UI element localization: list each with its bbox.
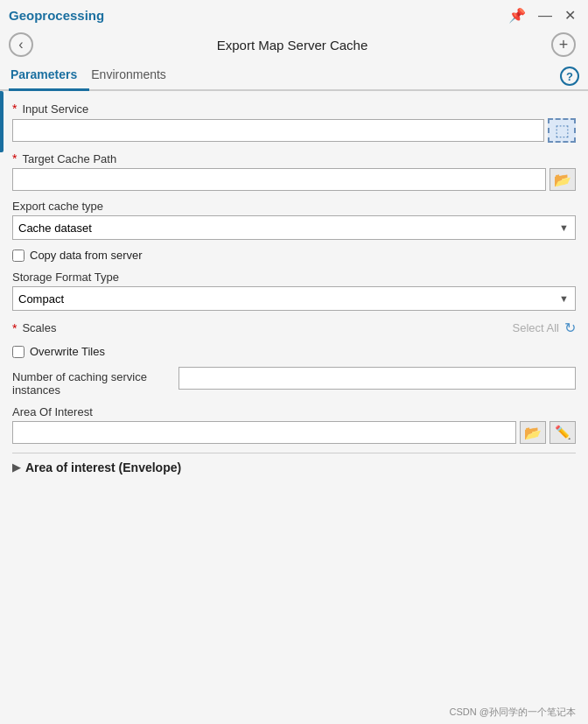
- tab-parameters[interactable]: Parameters: [9, 62, 89, 91]
- tool-title: Export Map Server Cache: [217, 38, 368, 53]
- scales-field: * Scales Select All ↻: [12, 320, 576, 336]
- footer: CSDN @孙同学的一个笔记本: [0, 699, 588, 724]
- export-cache-type-field: Export cache type Cache dataset Map Imag…: [12, 200, 576, 240]
- input-service-field: * Input Service ⬚: [12, 102, 576, 143]
- overwrite-tiles-field: Overwrite Tiles: [12, 345, 576, 358]
- required-star-input-service: *: [12, 102, 17, 116]
- input-service-input[interactable]: [12, 119, 544, 142]
- close-button[interactable]: ✕: [561, 5, 579, 25]
- target-cache-path-field: * Target Cache Path 📂: [12, 151, 576, 191]
- copy-data-label: Copy data from server: [30, 249, 143, 262]
- area-of-interest-browse-button[interactable]: 📂: [520, 421, 546, 444]
- storage-format-type-field: Storage Format Type Compact Exploded: [12, 271, 576, 311]
- select-all-row: Select All ↻: [513, 320, 576, 336]
- pin-icon[interactable]: 📌: [505, 5, 529, 25]
- required-star-scales: *: [12, 321, 17, 335]
- refresh-icon[interactable]: ↻: [564, 320, 576, 336]
- target-cache-path-input[interactable]: [12, 168, 546, 191]
- required-star-target: *: [12, 151, 17, 165]
- plus-icon: +: [559, 36, 569, 54]
- tool-header: ‹ Export Map Server Cache +: [0, 27, 588, 62]
- export-cache-type-label: Export cache type: [12, 200, 576, 213]
- input-service-label: * Input Service: [12, 102, 576, 116]
- title-bar: Geoprocessing 📌 — ✕: [0, 0, 588, 27]
- area-envelope-label: Area of interest (Envelope): [25, 460, 181, 474]
- back-icon: ‹: [18, 37, 23, 53]
- input-service-row: ⬚: [12, 118, 576, 143]
- scales-header: * Scales Select All ↻: [12, 320, 576, 336]
- caching-instances-input[interactable]: [178, 367, 576, 390]
- storage-format-type-label: Storage Format Type: [12, 271, 576, 284]
- content-area: * Input Service ⬚ * Target Cache Path 📂: [0, 91, 588, 699]
- app-title: Geoprocessing: [9, 8, 104, 23]
- caching-instances-label: Number of caching service instances: [12, 367, 170, 397]
- target-cache-browse-button[interactable]: 📂: [550, 168, 576, 191]
- help-button[interactable]: ?: [560, 67, 579, 86]
- area-of-interest-draw-button[interactable]: ✏️: [550, 421, 576, 444]
- input-service-browse-button[interactable]: ⬚: [548, 118, 576, 143]
- area-of-interest-label: Area Of Interest: [12, 405, 576, 418]
- select-all-text[interactable]: Select All: [513, 321, 559, 334]
- minimize-button[interactable]: —: [535, 6, 556, 25]
- folder-icon: 📂: [554, 172, 571, 188]
- area-folder-icon: 📂: [524, 425, 542, 441]
- area-envelope-section[interactable]: ▶ Area of interest (Envelope): [12, 460, 576, 474]
- section-arrow-icon: ▶: [12, 461, 20, 474]
- copy-data-field: Copy data from server: [12, 249, 576, 262]
- copy-data-checkbox[interactable]: [12, 250, 24, 262]
- target-cache-path-label: * Target Cache Path: [12, 151, 576, 165]
- target-cache-path-row: 📂: [12, 168, 576, 191]
- pencil-icon: ✏️: [555, 425, 571, 440]
- caching-instances-field: Number of caching service instances: [12, 367, 576, 397]
- scales-label: Scales: [22, 321, 56, 334]
- tab-environments[interactable]: Environments: [89, 62, 178, 91]
- footer-text: CSDN @孙同学的一个笔记本: [450, 706, 576, 717]
- tabs-row: Parameters Environments ?: [0, 62, 588, 91]
- window-controls: 📌 — ✕: [505, 5, 579, 25]
- main-window: Geoprocessing 📌 — ✕ ‹ Export Map Server …: [0, 0, 588, 724]
- storage-format-type-select[interactable]: Compact Exploded: [12, 286, 576, 311]
- overwrite-tiles-checkbox[interactable]: [12, 346, 24, 358]
- back-button[interactable]: ‹: [9, 32, 33, 57]
- export-cache-type-wrapper: Cache dataset Map Image Tile Package: [12, 215, 576, 240]
- scales-label-row: * Scales: [12, 321, 56, 335]
- overwrite-tiles-label: Overwrite Tiles: [30, 345, 105, 358]
- browse-dotted-icon: ⬚: [555, 121, 570, 140]
- add-button[interactable]: +: [551, 32, 576, 57]
- storage-format-type-wrapper: Compact Exploded: [12, 286, 576, 311]
- export-cache-type-select[interactable]: Cache dataset Map Image Tile Package: [12, 215, 576, 240]
- area-of-interest-input[interactable]: [12, 421, 516, 444]
- accent-bar: [0, 91, 4, 699]
- area-of-interest-field: Area Of Interest 📂 ✏️: [12, 405, 576, 444]
- tabs-container: Parameters Environments: [9, 62, 178, 89]
- divider: [12, 453, 576, 453]
- area-of-interest-row: 📂 ✏️: [12, 421, 576, 444]
